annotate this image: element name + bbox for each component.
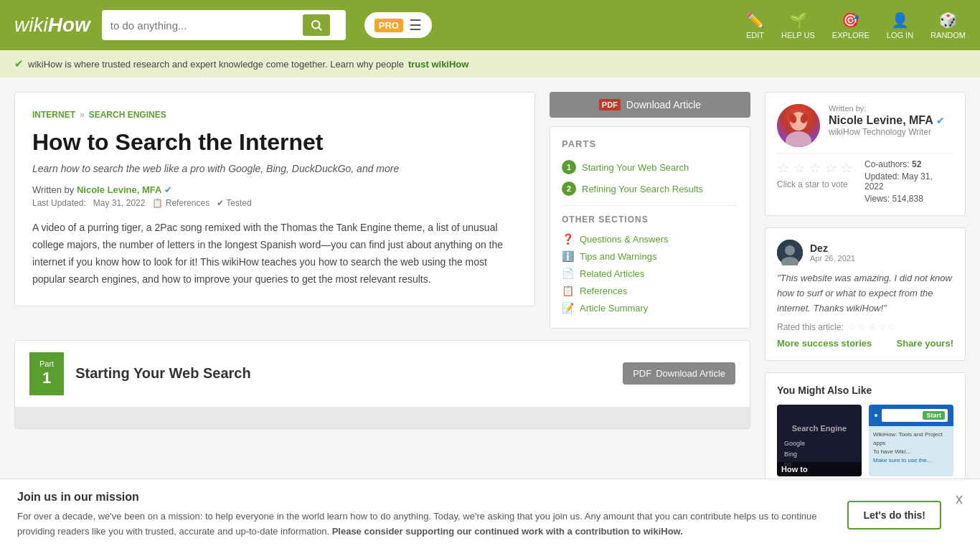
explore-icon: 🎯 bbox=[842, 11, 859, 29]
last-updated-label: Last Updated: bbox=[32, 198, 86, 208]
logo[interactable]: wikiHow bbox=[14, 14, 90, 37]
written-by-sidebar: Written by: bbox=[829, 104, 953, 113]
article-subtitle: Learn how to search the web like a pro w… bbox=[32, 163, 517, 174]
trust-link[interactable]: trust wikiHow bbox=[408, 59, 469, 70]
breadcrumb-cat2[interactable]: SEARCH ENGINES bbox=[89, 110, 166, 120]
parts-sidebar: PDF Download Article PARTS 1 Starting Yo… bbox=[550, 92, 750, 329]
nav-explore-label: EXPLORE bbox=[832, 31, 870, 39]
section-link-references[interactable]: References bbox=[580, 286, 627, 296]
section-link-related[interactable]: Related Articles bbox=[580, 268, 644, 279]
section-link-summary[interactable]: Article Summary bbox=[580, 303, 648, 314]
section-link-qa[interactable]: Questions & Answers bbox=[580, 234, 669, 245]
section-related[interactable]: 📄 Related Articles bbox=[562, 265, 738, 282]
section-qa[interactable]: ❓ Questions & Answers bbox=[562, 230, 738, 248]
search-button[interactable] bbox=[303, 14, 330, 36]
small-star-4: ☆ bbox=[878, 321, 887, 332]
also-like-section: You Might Also Like Search Engine Google… bbox=[765, 372, 966, 489]
article-body: A video of a purring tiger, a 2Pac song … bbox=[32, 220, 517, 288]
part-section-1: Part 1 Starting Your Web Search PDF Down… bbox=[14, 340, 750, 429]
edit-icon: ✏️ bbox=[746, 11, 764, 29]
trust-bar: ✔ wikiHow is where trusted research and … bbox=[0, 50, 980, 77]
part-download-label: Download Article bbox=[656, 368, 725, 379]
star-3[interactable]: ☆ bbox=[809, 159, 821, 176]
views-label: Views: bbox=[864, 194, 890, 204]
help-icon: 🌱 bbox=[789, 11, 807, 29]
close-banner-button[interactable]: x bbox=[956, 491, 963, 503]
part-num-2: 2 bbox=[562, 182, 576, 196]
thumb1-engine-label: Search Engine bbox=[783, 424, 856, 433]
verified-icon: ✔ bbox=[164, 184, 172, 195]
section-link-tips[interactable]: Tips and Warnings bbox=[580, 251, 656, 262]
tips-icon: ℹ️ bbox=[562, 250, 574, 262]
nav-explore[interactable]: 🎯 EXPLORE bbox=[832, 11, 870, 39]
views-stat: Views: 514,838 bbox=[864, 194, 953, 204]
click-to-vote: Click a star to vote bbox=[777, 179, 853, 189]
nav-login-label: LOG IN bbox=[887, 31, 913, 39]
nav-edit[interactable]: ✏️ EDIT bbox=[746, 11, 764, 39]
part-bottom bbox=[15, 407, 750, 428]
part-item-1[interactable]: 1 Starting Your Web Search bbox=[562, 156, 738, 178]
small-star-rating: ☆ ☆ ☆ ☆ ☆ bbox=[848, 321, 897, 332]
thumbnails: Search Engine Google Bing oo How to Star… bbox=[777, 405, 953, 476]
part-link-1[interactable]: Starting Your Web Search bbox=[582, 162, 689, 173]
related-icon: 📄 bbox=[562, 268, 574, 279]
thumbnail-1[interactable]: Search Engine Google Bing oo How to bbox=[777, 405, 862, 476]
more-stories-link[interactable]: More success stories bbox=[777, 338, 872, 349]
article-title: How to Search the Internet bbox=[32, 128, 517, 156]
small-star-1: ☆ bbox=[848, 321, 857, 332]
search-input[interactable] bbox=[110, 19, 297, 32]
banner-cta-button[interactable]: Let's do this! bbox=[847, 501, 941, 503]
nav-help-label: HELP US bbox=[781, 31, 815, 39]
thumbnail-2[interactable]: Start WikiHow: Tools and Project apps To… bbox=[869, 405, 953, 476]
star-1[interactable]: ☆ bbox=[777, 159, 790, 176]
coauthors-value: 52 bbox=[912, 159, 921, 169]
star-5[interactable]: ☆ bbox=[840, 159, 853, 176]
section-summary[interactable]: 📝 Article Summary bbox=[562, 299, 738, 316]
star-rating[interactable]: ☆ ☆ ☆ ☆ ☆ bbox=[777, 159, 853, 176]
pro-label: PRO bbox=[374, 19, 403, 32]
random-icon: 🎲 bbox=[939, 11, 957, 29]
author-sidebar-card: Written by: Nicole Levine, MFA ✔ wikiHow… bbox=[765, 92, 966, 216]
commenter-avatar bbox=[777, 240, 803, 265]
pro-badge[interactable]: PRO ☰ bbox=[364, 12, 432, 38]
star-2[interactable]: ☆ bbox=[793, 159, 806, 176]
hamburger-icon[interactable]: ☰ bbox=[409, 17, 422, 34]
checkmark-icon: ✔ bbox=[14, 57, 24, 70]
section-tips[interactable]: ℹ️ Tips and Warnings bbox=[562, 248, 738, 265]
main-content: INTERNET » SEARCH ENGINES How to Search … bbox=[0, 77, 980, 503]
comment-date: Apr 26, 2021 bbox=[810, 254, 855, 263]
part-link-2[interactable]: Refining Your Search Results bbox=[582, 184, 703, 194]
views-value: 514,838 bbox=[892, 194, 923, 204]
nav-random[interactable]: 🎲 RANDOM bbox=[930, 11, 966, 39]
star-4[interactable]: ☆ bbox=[824, 159, 837, 176]
article-stats: Co-authors: 52 Updated: May 31, 2022 Vie… bbox=[864, 159, 953, 204]
meta-line: Last Updated: May 31, 2022 📋 References … bbox=[32, 198, 517, 208]
nav-login[interactable]: 👤 LOG IN bbox=[887, 11, 913, 39]
section-references[interactable]: 📋 References bbox=[562, 282, 738, 299]
nav-edit-label: EDIT bbox=[746, 31, 764, 39]
coauthors-stat: Co-authors: 52 bbox=[864, 159, 953, 169]
author-line: Written by Nicole Levine, MFA ✔ bbox=[32, 184, 517, 195]
author-link[interactable]: Nicole Levine, MFA bbox=[77, 184, 161, 195]
small-star-5: ☆ bbox=[888, 321, 897, 332]
updated-label: Updated: bbox=[864, 171, 900, 182]
references-icon: 📋 bbox=[562, 285, 574, 296]
part-label: Part 1 bbox=[29, 352, 64, 395]
download-label: Download Article bbox=[626, 99, 701, 110]
part-download-button[interactable]: PDF Download Article bbox=[623, 362, 735, 385]
references-label: 📋 References bbox=[152, 198, 209, 208]
nav-help-us[interactable]: 🌱 HELP US bbox=[781, 11, 815, 39]
comment-card: Dez Apr 26, 2021 "This website was amazi… bbox=[765, 227, 966, 361]
article-card: INTERNET » SEARCH ENGINES How to Search … bbox=[14, 92, 535, 306]
author-card: Written by: Nicole Levine, MFA ✔ wikiHow… bbox=[777, 104, 953, 147]
breadcrumb-sep: » bbox=[80, 110, 85, 120]
breadcrumb-cat1[interactable]: INTERNET bbox=[32, 110, 75, 120]
download-article-button[interactable]: PDF Download Article bbox=[550, 92, 750, 118]
other-sections-label: OTHER SECTIONS bbox=[562, 215, 738, 225]
cookie-banner: Join us in our mission For over a decade… bbox=[0, 479, 980, 503]
author-avatar bbox=[777, 104, 820, 147]
tested-label: ✔ Tested bbox=[217, 198, 251, 208]
part-item-2[interactable]: 2 Refining Your Search Results bbox=[562, 178, 738, 199]
part-number: 1 bbox=[39, 369, 54, 387]
share-yours-link[interactable]: Share yours! bbox=[897, 338, 953, 349]
